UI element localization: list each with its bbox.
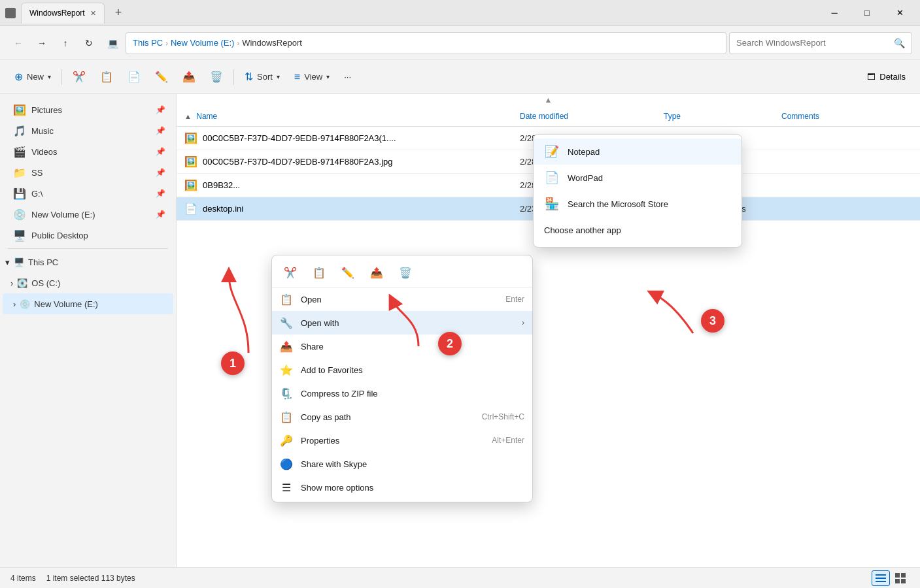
new-icon: ⊕	[14, 71, 23, 83]
ctx-open-with-label: Open with	[301, 318, 514, 328]
step-badge-2: 2	[438, 332, 462, 355]
sub-notepad[interactable]: 📝 Notepad	[534, 139, 741, 165]
file-icon-3: 📄	[184, 203, 197, 215]
view-label: View	[304, 72, 322, 82]
details-button[interactable]: 🗔 Details	[860, 65, 912, 89]
wordpad-icon: 📄	[544, 170, 560, 186]
col-type-header[interactable]: Type	[664, 112, 781, 121]
view-button[interactable]: ≡ View ▾	[288, 65, 336, 89]
ctx-properties-icon: 🔑	[280, 434, 293, 447]
ctx-copy-path-shortcut: Ctrl+Shift+C	[482, 412, 524, 421]
search-box[interactable]: 🔍	[729, 32, 912, 54]
ctx-add-favorites[interactable]: ⭐ Add to Favorites	[272, 358, 532, 382]
close-button[interactable]: ✕	[885, 3, 915, 24]
breadcrumb-sep-1: ›	[165, 39, 168, 47]
navbar: ← → ↑ ↻ 💻 This PC › New Volume (E:) › Wi…	[0, 26, 920, 60]
ctx-more-options[interactable]: ☰ Show more options	[272, 476, 532, 499]
sidebar-item-new-volume[interactable]: 💿 New Volume (E:) 📌	[3, 204, 173, 225]
new-volume-tree-icon: 💿	[20, 299, 30, 309]
notepad-icon: 📝	[544, 144, 560, 159]
maximize-button[interactable]: □	[852, 3, 882, 24]
rename-button[interactable]: ✏️	[148, 65, 175, 89]
sidebar-label-videos: Videos	[31, 147, 150, 157]
svg-rect-0	[876, 574, 886, 576]
sub-choose-app[interactable]: Choose another app	[534, 217, 741, 243]
ctx-compress[interactable]: 🗜️ Compress to ZIP file	[272, 382, 532, 405]
active-tab[interactable]: WindowsReport ✕	[21, 3, 105, 24]
sidebar-divider	[8, 248, 168, 249]
cut-button[interactable]: ✂️	[66, 65, 92, 89]
col-date-header[interactable]: Date modified	[520, 112, 664, 121]
search-input[interactable]	[736, 38, 889, 48]
wordpad-label: WordPad	[568, 173, 731, 183]
os-icon: 💽	[17, 278, 27, 288]
minimize-button[interactable]: ─	[819, 3, 849, 24]
svg-rect-5	[895, 579, 900, 583]
delete-button[interactable]: 🗑️	[203, 65, 230, 89]
sub-wordpad[interactable]: 📄 WordPad	[534, 165, 741, 191]
breadcrumb-new-volume[interactable]: New Volume (E:)	[171, 38, 235, 48]
step-badge-3: 3	[701, 309, 724, 333]
paste-button[interactable]: 📄	[121, 65, 147, 89]
share-button[interactable]: 📤	[176, 65, 202, 89]
col-name-sort-icon: ▲	[184, 112, 192, 120]
sort-button[interactable]: ⇅ Sort ▾	[238, 65, 286, 89]
sidebar-item-public-desktop[interactable]: 🖥️ Public Desktop	[3, 225, 173, 246]
new-volume-tree-section[interactable]: › 💿 New Volume (E:)	[3, 293, 173, 314]
pin-music-icon: 📌	[156, 126, 165, 135]
ctx-properties[interactable]: 🔑 Properties Alt+Enter	[272, 429, 532, 452]
refresh-button[interactable]: ↻	[78, 33, 99, 54]
sidebar-item-g[interactable]: 💾 G:\ 📌	[3, 183, 173, 204]
ctx-open[interactable]: 📋 Open Enter	[272, 287, 532, 311]
this-pc-section[interactable]: ▾ 🖥️ This PC	[0, 252, 176, 272]
ctx-open-with[interactable]: 🔧 Open with ›	[272, 311, 532, 335]
sidebar-item-ss[interactable]: 📁 SS 📌	[3, 162, 173, 183]
ctx-open-label: Open	[301, 295, 498, 304]
ctx-rename-btn[interactable]: ✏️	[337, 262, 358, 283]
more-icon: ···	[344, 72, 351, 82]
context-menu: ✂️ 📋 ✏️ 📤 🗑️ 📋 Open Enter 🔧 Open with › …	[271, 255, 533, 502]
delete-icon: 🗑️	[210, 71, 223, 83]
ctx-cut-btn[interactable]: ✂️	[280, 262, 301, 283]
svg-rect-1	[876, 578, 886, 579]
sort-icon: ⇅	[245, 71, 253, 83]
new-tab-button[interactable]: +	[110, 6, 128, 20]
g-drive-icon: 💾	[13, 188, 26, 200]
file-name-2: 0B9B32...	[203, 180, 520, 190]
ctx-open-icon: 📋	[280, 293, 293, 306]
ctx-delete-btn[interactable]: 🗑️	[395, 262, 416, 283]
col-comments-header[interactable]: Comments	[781, 112, 912, 121]
ctx-copy-path-icon: 📋	[280, 411, 293, 423]
ctx-copy-path[interactable]: 📋 Copy as path Ctrl+Shift+C	[272, 405, 532, 429]
up-button[interactable]: ↑	[55, 33, 76, 54]
col-name-header[interactable]: ▲ Name	[184, 112, 520, 121]
breadcrumb-sep-2: ›	[237, 39, 239, 47]
breadcrumb[interactable]: This PC › New Volume (E:) › WindowsRepor…	[126, 32, 726, 54]
sidebar-item-pictures[interactable]: 🖼️ Pictures 📌	[3, 99, 173, 120]
sub-store-search[interactable]: 🏪 Search the Microsoft Store	[534, 191, 741, 217]
grid-view-button[interactable]	[891, 570, 910, 586]
ctx-share-skype[interactable]: 🔵 Share with Skype	[272, 452, 532, 476]
sidebar-item-videos[interactable]: 🎬 Videos 📌	[3, 141, 173, 162]
back-button[interactable]: ←	[8, 33, 29, 54]
search-icon: 🔍	[894, 38, 905, 48]
ctx-favorites-label: Add to Favorites	[301, 365, 524, 375]
new-button[interactable]: ⊕ New ▾	[8, 65, 58, 89]
titlebar: WindowsReport ✕ + ─ □ ✕	[0, 0, 920, 26]
ctx-properties-shortcut: Alt+Enter	[492, 436, 524, 445]
breadcrumb-this-pc[interactable]: This PC	[133, 38, 163, 48]
sidebar: 🖼️ Pictures 📌 🎵 Music 📌 🎬 Videos 📌 📁 SS …	[0, 94, 177, 567]
ctx-share[interactable]: 📤 Share	[272, 335, 532, 358]
ctx-share-btn[interactable]: 📤	[366, 262, 387, 283]
sidebar-item-music[interactable]: 🎵 Music 📌	[3, 120, 173, 141]
forward-button[interactable]: →	[31, 33, 52, 54]
list-view-button[interactable]	[872, 570, 890, 586]
more-button[interactable]: ···	[337, 65, 358, 89]
step-badge-1: 1	[221, 351, 245, 375]
new-label: New	[27, 72, 44, 82]
tab-close-btn[interactable]: ✕	[90, 9, 96, 18]
ctx-copy-btn[interactable]: 📋	[309, 262, 330, 283]
this-pc-icon: 🖥️	[14, 257, 24, 267]
os-c-section[interactable]: › 💽 OS (C:)	[0, 272, 176, 293]
copy-button[interactable]: 📋	[94, 65, 120, 89]
